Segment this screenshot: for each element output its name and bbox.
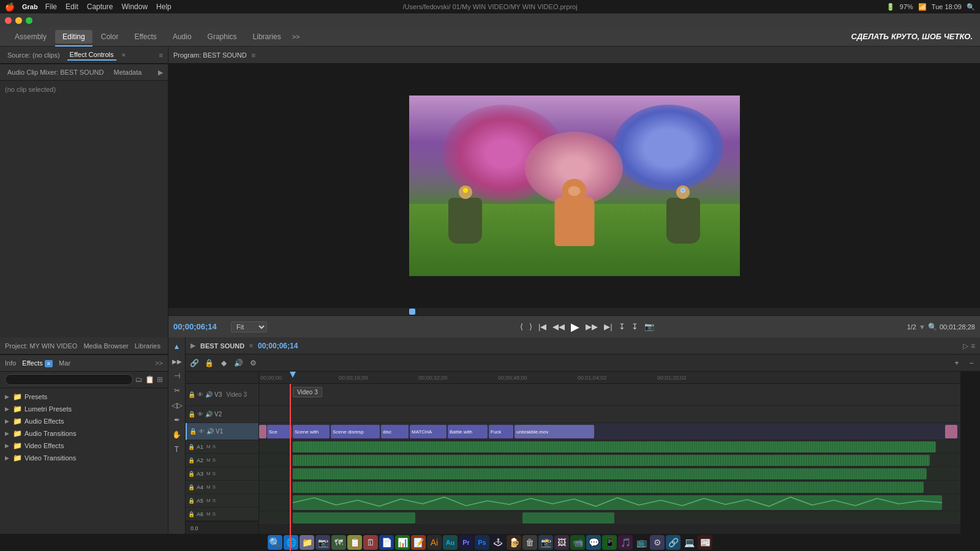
lock-v2[interactable]: 🔒: [188, 411, 195, 418]
tab-audio[interactable]: Audio: [165, 30, 199, 43]
tab-effects[interactable]: Effects: [127, 30, 164, 43]
mute-v3[interactable]: 🔊: [205, 391, 213, 398]
tab-project[interactable]: Project: MY WIN VIDEO: [5, 342, 77, 350]
eye-v2[interactable]: 👁: [197, 411, 203, 418]
tab-color[interactable]: Color: [94, 30, 126, 43]
dock-news[interactable]: 📰: [698, 535, 712, 550]
tree-item-audio-effects[interactable]: ▶ 📁 Audio Effects: [0, 415, 168, 427]
insert-btn[interactable]: ↧: [617, 322, 627, 331]
maximize-button[interactable]: [26, 17, 32, 24]
dock-photos2[interactable]: 🖼: [554, 535, 569, 550]
s-a4[interactable]: S: [213, 484, 216, 490]
dock-trash[interactable]: 🗑: [522, 535, 537, 550]
clip-v1-end[interactable]: [945, 425, 957, 438]
lock-a4[interactable]: 🔒: [188, 484, 195, 490]
zoom-in-tl[interactable]: +: [951, 357, 963, 369]
slip-tool[interactable]: ◁▷: [170, 399, 184, 412]
clip-v1-disc[interactable]: disc: [381, 425, 409, 438]
track-row-a4[interactable]: [259, 481, 960, 494]
tab-source[interactable]: Source: (no clips): [5, 50, 62, 60]
track-row-v1[interactable]: Sce Scene with Scene disresp disc MATCHA…: [259, 423, 960, 440]
track-row-a5[interactable]: [259, 494, 960, 511]
go-to-in-btn[interactable]: |◀: [537, 322, 548, 331]
type-tool[interactable]: T: [170, 443, 184, 456]
snap-tool[interactable]: 🔗: [188, 357, 200, 369]
search-menubar-icon[interactable]: 🔍: [967, 3, 975, 11]
settings-icon[interactable]: ⚙: [247, 357, 259, 369]
tree-item-video-transitions[interactable]: ▶ 📁 Video Transitions: [0, 452, 168, 464]
close-button[interactable]: [5, 17, 12, 24]
clip-v1-matcha[interactable]: MATCHA: [410, 425, 447, 438]
audio-clip-a6b[interactable]: [522, 512, 614, 523]
preview-menu-icon[interactable]: ≡: [252, 51, 255, 59]
tab-markers[interactable]: Mar: [59, 359, 70, 367]
dock-skype[interactable]: 💬: [586, 535, 601, 550]
tab-audio-clip-mixer[interactable]: Audio Clip Mixer: BEST SOUND: [5, 67, 107, 77]
clip-v1-unbrakble[interactable]: unbrakble.mov: [514, 425, 594, 438]
dock-vlc[interactable]: 🍺: [507, 535, 521, 550]
link-tool[interactable]: 🔒: [203, 357, 215, 369]
dock-safari[interactable]: 🌐: [284, 535, 298, 550]
seq-settings-icon[interactable]: ≡: [249, 342, 253, 349]
minimize-button[interactable]: [15, 17, 22, 24]
new-item-icon[interactable]: 📋: [145, 375, 154, 384]
clip-v1-battle[interactable]: Battle with: [448, 425, 488, 438]
dock-photoshop[interactable]: Ps: [475, 535, 489, 550]
play-btn[interactable]: ▶: [569, 320, 581, 334]
menu-window[interactable]: Window: [121, 2, 148, 11]
clip-v1-scene2[interactable]: Scene disresp: [331, 425, 380, 438]
timeline-tracks-area[interactable]: 00;00;00 00;00;16;00 00;00;32;00 00;00;4…: [259, 372, 960, 551]
timeline-play-in-out[interactable]: ▷: [963, 342, 968, 350]
track-row-a1[interactable]: [259, 440, 960, 454]
tab-media-browser[interactable]: Media Browser: [83, 342, 128, 350]
dock-tv[interactable]: 📺: [634, 535, 649, 550]
dock-word[interactable]: 📄: [379, 535, 394, 550]
audio-clip-a6a[interactable]: [293, 512, 415, 523]
track-row-a3[interactable]: [259, 467, 960, 481]
dock-app-store[interactable]: 🔗: [666, 535, 680, 550]
tab-assembly[interactable]: Assembly: [7, 30, 54, 43]
s-a6[interactable]: S: [213, 511, 216, 517]
s-a3[interactable]: S: [213, 471, 216, 476]
tab-info[interactable]: Info: [5, 359, 16, 367]
dock-itunes[interactable]: 🎵: [618, 535, 633, 550]
pen-tool[interactable]: ✒: [170, 413, 184, 427]
mark-out-btn[interactable]: ⟩: [527, 322, 534, 331]
panel-menu[interactable]: ≡: [159, 51, 163, 59]
tab-graphics[interactable]: Graphics: [200, 30, 244, 43]
dock-powerpoint[interactable]: 📝: [411, 535, 426, 550]
eye-v1[interactable]: 👁: [198, 428, 205, 435]
tree-item-audio-transitions[interactable]: ▶ 📁 Audio Transitions: [0, 427, 168, 440]
s-a1[interactable]: S: [213, 444, 216, 449]
track-row-a6[interactable]: [259, 511, 960, 525]
ripple-edit-tool[interactable]: ⊣: [170, 369, 184, 383]
audio-clip-a5[interactable]: [293, 495, 942, 510]
menu-edit[interactable]: Edit: [66, 2, 78, 11]
timeline-settings[interactable]: ≡: [971, 342, 975, 350]
dock-system-prefs[interactable]: ⚙: [650, 535, 665, 550]
dock-facetime[interactable]: 📹: [570, 535, 585, 550]
m-a2[interactable]: M: [206, 457, 211, 463]
step-back-btn[interactable]: ◀◀: [551, 322, 567, 331]
track-row-v3[interactable]: Video 3: [259, 384, 960, 406]
step-fwd-btn[interactable]: ▶▶: [584, 322, 600, 331]
page-dropdown[interactable]: ▼: [919, 323, 925, 331]
export-frame-btn[interactable]: 📷: [643, 322, 656, 331]
m-a4[interactable]: M: [206, 484, 211, 490]
lock-a5[interactable]: 🔒: [188, 498, 195, 504]
dock-files[interactable]: 📁: [300, 535, 314, 550]
zoom-icon[interactable]: 🔍: [928, 323, 937, 331]
tab-metadata[interactable]: Metadata: [111, 67, 145, 77]
go-to-out-btn[interactable]: ▶|: [602, 322, 614, 331]
tab-effects-active[interactable]: Effects ≡: [22, 359, 53, 367]
dock-steam[interactable]: 🕹: [491, 535, 505, 550]
clip-v1-fuck[interactable]: Fuck: [489, 425, 513, 438]
lock-v1[interactable]: 🔒: [189, 428, 197, 435]
lock-a1[interactable]: 🔒: [188, 444, 195, 450]
s-a2[interactable]: S: [213, 457, 216, 463]
clip-v1-scene1[interactable]: Scene with: [293, 425, 330, 438]
dock-photos[interactable]: 📷: [315, 535, 330, 550]
tree-item-lumetri[interactable]: ▶ 📁 Lumetri Presets: [0, 403, 168, 415]
audio-clip-a3[interactable]: [293, 468, 927, 479]
menu-help[interactable]: Help: [156, 2, 172, 11]
